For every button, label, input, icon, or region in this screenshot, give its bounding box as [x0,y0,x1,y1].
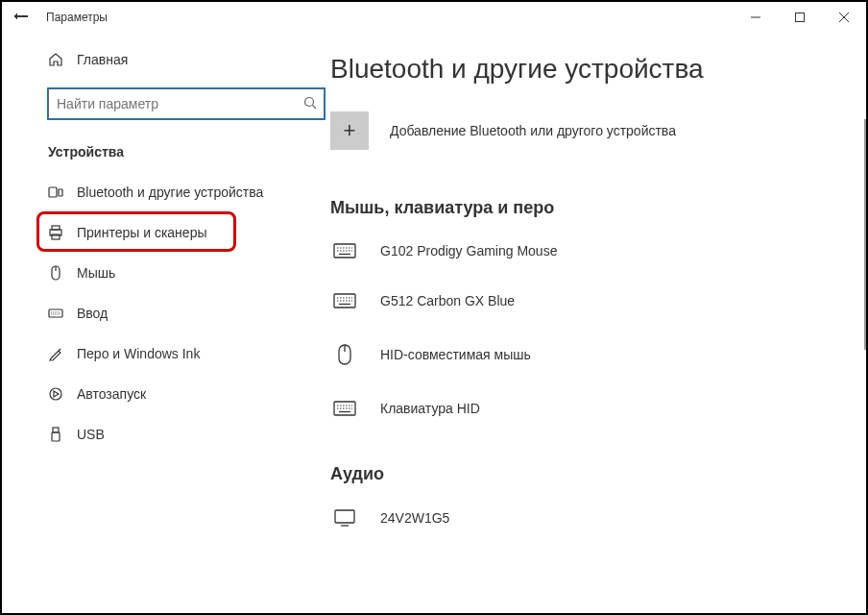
sidebar-item-bluetooth[interactable]: Bluetooth и другие устройства [2,173,330,211]
svg-rect-34 [335,510,354,523]
sidebar-item-label: Ввод [77,306,108,321]
svg-line-5 [313,106,317,110]
device-item[interactable]: G512 Carbon GX Blue [330,285,847,335]
svg-point-4 [305,98,314,107]
svg-rect-18 [53,428,59,432]
sidebar-item-mouse[interactable]: Мышь [2,254,330,292]
svg-rect-19 [52,432,60,441]
nav-list: Bluetooth и другие устройства Принтеры и… [2,173,330,454]
device-label: Клавиатура HID [380,401,480,416]
section-mouse-keyboard: Мышь, клавиатура и перо [330,198,847,218]
device-label: G102 Prodigy Gaming Mouse [380,243,557,258]
sidebar-home[interactable]: Главная [2,46,330,73]
svg-rect-7 [59,189,62,196]
keyboard-icon [48,306,63,321]
sidebar-home-label: Главная [77,52,128,67]
section-audio: Аудио [330,464,847,484]
svg-point-17 [50,388,61,400]
printer-icon [48,225,63,240]
svg-line-16 [59,349,60,351]
svg-rect-13 [49,309,62,317]
scrollbar[interactable] [864,119,866,350]
mouse-icon [48,265,63,281]
maximize-button[interactable] [778,2,822,33]
device-item[interactable]: G102 Prodigy Gaming Mouse [330,235,847,285]
plus-icon: + [330,111,369,150]
search-icon [303,96,317,113]
usb-icon [48,427,63,442]
sidebar-item-printers[interactable]: Принтеры и сканеры [2,213,330,252]
sidebar-category: Устройства [48,144,330,160]
sidebar-item-label: USB [77,427,105,442]
device-label: G512 Carbon GX Blue [380,293,515,308]
keyboard-icon [330,401,359,416]
sidebar-item-pen[interactable]: Перо и Windows Ink [2,334,330,373]
sidebar-item-usb[interactable]: USB [2,415,330,454]
monitor-icon [330,509,359,527]
pen-icon [48,346,63,361]
svg-rect-8 [52,226,60,230]
maximize-icon [795,12,805,22]
window-title: Параметры [46,11,108,24]
device-label: 24V2W1G5 [380,510,449,526]
svg-rect-6 [49,187,57,197]
minimize-icon [751,12,760,22]
device-item[interactable]: 24V2W1G5 [330,502,847,554]
home-icon [48,52,63,67]
content-area: Bluetooth и другие устройства + Добавлен… [330,33,866,613]
mouse-icon [330,343,359,366]
devices-icon [48,184,63,200]
page-heading: Bluetooth и другие устройства [330,54,847,85]
keyboard-icon [330,293,359,308]
back-button[interactable]: 🠔 [13,9,29,26]
sidebar-item-label: Bluetooth и другие устройства [77,184,263,200]
sidebar-item-label: Мышь [77,265,115,281]
search-wrap [48,88,325,119]
autoplay-icon [48,386,63,402]
add-device-button[interactable]: + Добавление Bluetooth или другого устро… [330,111,847,150]
sidebar-item-typing[interactable]: Ввод [2,294,330,332]
sidebar-item-autoplay[interactable]: Автозапуск [2,375,330,413]
minimize-button[interactable] [734,2,778,33]
sidebar-item-label: Автозапуск [77,386,146,402]
sidebar-item-label: Принтеры и сканеры [77,225,206,240]
add-device-label: Добавление Bluetooth или другого устройс… [390,123,676,138]
device-item[interactable]: HID-совместимая мышь [330,335,847,393]
device-item[interactable]: Клавиатура HID [330,393,847,443]
device-label: HID-совместимая мышь [380,347,531,362]
close-button[interactable] [822,2,866,33]
keyboard-icon [330,243,359,258]
sidebar-item-label: Перо и Windows Ink [77,346,200,361]
svg-rect-1 [796,13,805,22]
titlebar: 🠔 Параметры [2,2,866,33]
search-input[interactable] [48,88,325,119]
sidebar: Главная Устройства Bluetooth и другие ус… [2,33,330,613]
close-icon [839,12,849,22]
